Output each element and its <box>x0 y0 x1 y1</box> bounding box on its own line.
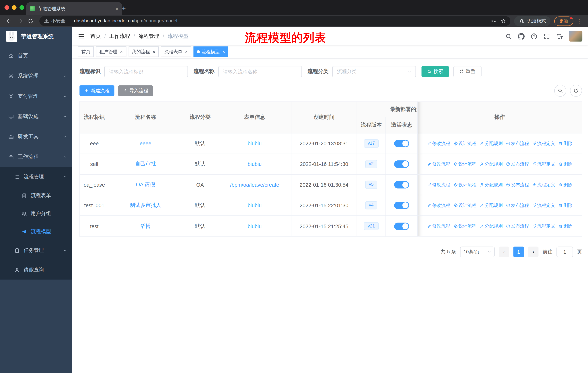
address-bar[interactable]: 不安全 dashboard.yudao.iocoder.cn/bpm/manag… <box>39 16 510 26</box>
tag-close-icon[interactable]: × <box>185 49 188 54</box>
reload-button[interactable] <box>26 16 36 26</box>
action-definition-link[interactable]: 流程定义 <box>532 202 555 209</box>
tag-close-icon[interactable]: × <box>153 49 156 54</box>
form-info-link[interactable]: biubiu <box>248 161 262 167</box>
action-assign-link[interactable]: 分配规则 <box>479 140 503 147</box>
next-page-button[interactable]: › <box>528 247 539 257</box>
forward-button[interactable] <box>15 16 25 26</box>
update-button[interactable]: 更新 <box>554 16 573 26</box>
breadcrumb-item[interactable]: 首页 <box>90 33 101 40</box>
tab-tenant[interactable]: 租户管理× <box>96 46 126 57</box>
action-delete-link[interactable]: 删除 <box>558 202 572 209</box>
sidebar-item-system[interactable]: 系统管理 <box>0 66 72 86</box>
sidebar-item-home[interactable]: 首页 <box>0 46 72 66</box>
sidebar-item-devtools[interactable]: 研发工具 <box>0 127 72 147</box>
sidebar-item-flow-form[interactable]: 流程表单 <box>0 187 72 205</box>
back-button[interactable] <box>4 16 14 26</box>
app-logo[interactable]: 芋道管理系统 <box>0 27 72 46</box>
sidebar-item-user-group[interactable]: 用户分组 <box>0 204 72 222</box>
process-name-link[interactable]: 滔博 <box>140 223 151 230</box>
tab-my-flow[interactable]: 我的流程× <box>128 46 159 57</box>
sidebar-item-flow-model[interactable]: 流程模型 <box>0 222 72 241</box>
window-zoom-button[interactable] <box>20 5 24 10</box>
window-close-button[interactable] <box>5 5 9 10</box>
action-design-link[interactable]: 设计流程 <box>453 140 476 147</box>
sidebar-item-workflow[interactable]: 工作流程 <box>0 147 72 167</box>
status-toggle[interactable] <box>394 181 409 189</box>
browser-menu-button[interactable]: ⋮ <box>574 18 584 24</box>
window-minimize-button[interactable] <box>12 5 17 10</box>
breadcrumb-item[interactable]: 工作流程 <box>109 33 130 40</box>
action-design-link[interactable]: 设计流程 <box>453 223 476 229</box>
status-toggle[interactable] <box>394 140 409 147</box>
process-name-link[interactable]: 测试多审批人 <box>130 202 161 209</box>
action-publish-link[interactable]: 发布流程 <box>506 202 529 209</box>
status-toggle[interactable] <box>394 161 409 168</box>
process-category-select[interactable]: 流程分类 <box>332 66 416 77</box>
action-publish-link[interactable]: 发布流程 <box>506 161 529 167</box>
tab-flow-model[interactable]: 流程模型× <box>193 46 229 57</box>
action-design-link[interactable]: 设计流程 <box>453 181 476 188</box>
help-icon[interactable] <box>531 33 537 40</box>
tag-close-icon[interactable]: × <box>222 49 225 54</box>
process-key-input[interactable] <box>104 66 188 77</box>
header-search-icon[interactable] <box>505 33 512 40</box>
action-definition-link[interactable]: 流程定义 <box>532 140 555 147</box>
action-edit-link[interactable]: 修改流程 <box>427 223 450 229</box>
action-publish-link[interactable]: 发布流程 <box>506 140 529 147</box>
bookmark-star-icon[interactable] <box>501 18 506 24</box>
create-process-button[interactable]: 新建流程 <box>79 85 114 96</box>
action-delete-link[interactable]: 删除 <box>558 181 572 188</box>
process-name-link[interactable]: eeee <box>140 141 151 147</box>
form-info-link[interactable]: /bpm/oa/leave/create <box>230 182 279 188</box>
breadcrumb-item[interactable]: 流程管理 <box>138 33 159 40</box>
form-info-link[interactable]: biubiu <box>248 202 262 208</box>
import-process-button[interactable]: 导入流程 <box>118 85 153 96</box>
sidebar-collapse-button[interactable] <box>78 33 85 40</box>
action-assign-link[interactable]: 分配规则 <box>479 202 503 209</box>
font-size-icon[interactable] <box>556 33 563 40</box>
toggle-search-button[interactable] <box>554 85 566 97</box>
process-name-link[interactable]: OA 请假 <box>136 181 155 188</box>
user-avatar[interactable] <box>569 31 582 42</box>
action-delete-link[interactable]: 删除 <box>558 140 572 147</box>
prev-page-button[interactable]: ‹ <box>499 247 509 257</box>
action-edit-link[interactable]: 修改流程 <box>427 161 450 167</box>
sidebar-item-leave-query[interactable]: 请假查询 <box>0 260 72 280</box>
sidebar-item-payment[interactable]: 支付管理 <box>0 86 72 106</box>
tab-home[interactable]: 首页 <box>78 46 94 57</box>
sidebar-item-infra[interactable]: 基础设施 <box>0 106 72 127</box>
action-assign-link[interactable]: 分配规则 <box>479 223 503 229</box>
page-size-select[interactable]: 10条/页 <box>460 247 494 257</box>
action-publish-link[interactable]: 发布流程 <box>506 223 529 229</box>
sidebar-item-flow-manage[interactable]: 流程管理 <box>0 167 72 187</box>
password-key-icon[interactable] <box>491 18 496 24</box>
action-definition-link[interactable]: 流程定义 <box>532 161 555 167</box>
action-definition-link[interactable]: 流程定义 <box>532 223 555 229</box>
action-edit-link[interactable]: 修改流程 <box>427 181 450 188</box>
search-button[interactable]: 搜索 <box>422 66 449 77</box>
action-design-link[interactable]: 设计流程 <box>453 202 476 209</box>
refresh-table-button[interactable] <box>570 85 582 97</box>
action-assign-link[interactable]: 分配规则 <box>479 181 503 188</box>
action-publish-link[interactable]: 发布流程 <box>506 181 529 188</box>
action-edit-link[interactable]: 修改流程 <box>427 140 450 147</box>
tab-flow-form[interactable]: 流程表单× <box>161 46 191 57</box>
form-info-link[interactable]: biubiu <box>248 141 262 147</box>
reset-button[interactable]: 重置 <box>453 66 481 77</box>
action-delete-link[interactable]: 删除 <box>558 223 572 229</box>
status-toggle[interactable] <box>394 222 409 230</box>
status-toggle[interactable] <box>394 202 409 209</box>
action-delete-link[interactable]: 删除 <box>558 161 572 167</box>
process-name-link[interactable]: 自己审批 <box>135 161 156 168</box>
form-info-link[interactable]: biubiu <box>248 223 262 229</box>
action-design-link[interactable]: 设计流程 <box>453 161 476 167</box>
new-tab-button[interactable]: + <box>119 4 128 13</box>
action-assign-link[interactable]: 分配规则 <box>479 161 503 167</box>
tag-close-icon[interactable]: × <box>120 49 123 54</box>
browser-tab[interactable]: 芋道管理系统 × <box>26 2 122 15</box>
action-definition-link[interactable]: 流程定义 <box>532 181 555 188</box>
goto-page-input[interactable] <box>556 247 573 257</box>
action-edit-link[interactable]: 修改流程 <box>427 202 450 209</box>
process-name-input[interactable] <box>218 66 302 77</box>
